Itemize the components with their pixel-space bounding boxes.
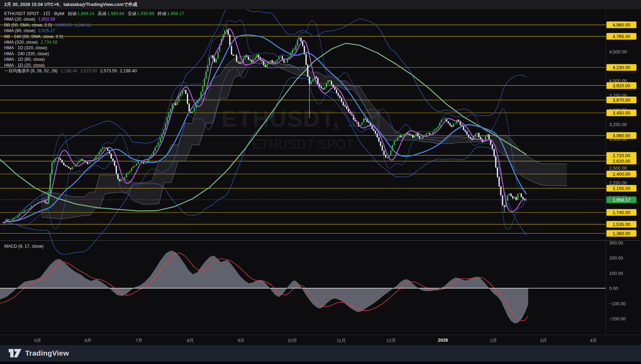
indicator-legend[interactable]: ETHUSDT SPOT · 1日 · Bybit始値1,949.14高値1,9… [4,11,184,74]
legend-indicator-row[interactable]: 一目均衡表® (9, 26, 52, 26)2,198.402,573.552,… [4,68,184,74]
indicator-label: HMA · 1D (320, close) [4,45,47,50]
indicator-label: HMA (320, close) [4,40,38,45]
indicator-value: 1,340.11 [75,23,92,28]
time-tick: 6月 [85,337,92,344]
time-tick: 12月 [386,337,396,344]
indicator-value: 2,734.58 [41,40,58,45]
indicator-value: 2,198.40 [60,68,78,73]
ohlc-value: 1,930.89 [137,11,154,16]
legend-indicator-row[interactable]: HMA · 240 (320, close) [4,51,184,57]
macd-tick: 0.00 [609,286,618,291]
price-level-badge: 3,670.00 [606,97,636,103]
ohlc-value: 1,958.17 [167,11,184,16]
macd-tick: −200.00 [609,316,626,321]
price-level-badge: 4,230.00 [606,64,636,71]
legend-indicator-row[interactable]: HMA (320, close)2,734.58 [4,39,184,45]
ohlc-value: 1,949.14 [77,11,94,16]
price-level-badge: 1,740.00 [606,209,636,216]
time-tick: 2月 [490,337,497,344]
price-tick: 2,500.00 [609,166,627,171]
indicator-label: HMA · 240 (320, close) [4,51,49,56]
indicator-value: 2,573.55 [80,68,97,73]
indicator-value: 2,573.55 [100,68,117,73]
price-level-badge: 4,765.00 [606,33,636,39]
macd-tick: 200.00 [609,255,623,261]
macd-legend[interactable]: MACD (9, 17, close) [4,244,44,249]
legend-indicator-row[interactable]: HMA · 1D (20, close) [4,63,184,68]
current-price-badge: 1,958.17 [606,196,636,203]
tradingview-logo-icon [8,349,22,358]
legend-indicator-row[interactable]: BB (50, SMA, close, 2.5)3,990.201,340.11 [4,22,184,28]
ohlc-value: 1,965.84 [107,11,124,16]
indicator-label: HMA · 1D (20, close) [4,63,45,68]
indicator-label: 一目均衡表® (9, 26, 52, 26) [4,68,58,73]
price-tick: 3,250.00 [609,122,627,127]
footer-bar: TradingView [0,345,641,364]
ohlc-label: 高値 [98,11,107,16]
price-level-badge: 3,450.00 [606,110,636,116]
legend-title-row[interactable]: ETHUSDT SPOT · 1日 · Bybit始値1,949.14高値1,9… [4,11,184,16]
indicator-label: HMA · 1D (80, close) [4,57,45,62]
price-tick: 2,250.00 [609,180,627,185]
indicator-label: BB · 240 (50, SMA, close, 2.5) [4,34,63,39]
macd-tick: 300.00 [609,240,623,245]
price-axis-border [606,9,606,345]
symbol-title: ETHUSDT SPOT · 1日 · Bybit [4,11,64,16]
ohlc-label: 始値 [68,11,77,16]
legend-indicator-row[interactable]: HMA (20, close)1,953.59 [4,16,184,22]
indicator-value: 3,990.20 [55,23,72,28]
time-tick: 8月 [187,337,194,344]
price-level-badge: 2,155.00 [606,185,636,191]
price-level-badge: 4,960.00 [606,22,636,28]
time-tick: 4月 [590,337,597,344]
time-tick: 9月 [238,337,245,344]
legend-indicator-row[interactable]: HMA · 1D (80, close) [4,57,184,62]
time-tick: 3月 [540,337,547,344]
legend-indicator-row[interactable]: BB · 240 (50, SMA, close, 2.5) [4,34,184,39]
price-level-badge: 3,920.00 [606,82,636,89]
price-level-badge: 1,380.00 [606,230,636,237]
footer-strip [0,362,641,364]
time-tick: 10月 [287,337,297,344]
legend-indicator-row[interactable]: HMA (80, close)2,025.17 [4,28,184,34]
legend-indicator-row[interactable]: HMA · 1D (320, close) [4,45,184,51]
indicator-label: BB (50, SMA, close, 2.5) [4,23,52,28]
macd-tick: −100.00 [609,301,626,306]
price-level-badge: 2,620.00 [606,158,636,165]
ohlc-label: 安値 [128,11,137,16]
indicator-value: 1,953.59 [38,17,55,22]
price-level-badge: 2,400.00 [606,171,636,177]
time-tick: 5月 [34,337,41,344]
macd-tick: 100.00 [609,270,623,276]
indicator-value: 2,025.17 [38,28,55,33]
time-tick: 7月 [136,337,143,344]
time-axis[interactable]: 5月6月7月8月9月10月11月12月20262月3月4月 [0,335,641,345]
tradingview-logo-text: TradingView [25,349,69,357]
indicator-value: 2,198.40 [120,68,137,73]
tradingview-logo[interactable]: TradingView [8,349,69,358]
indicator-label: HMA (20, close) [4,17,35,22]
price-level-badge: 3,060.00 [606,132,636,139]
price-tick: 4,500.00 [609,49,627,54]
price-level-badge: 1,535.00 [606,221,636,228]
indicator-label: HMA (80, close) [4,28,35,33]
pane-divider[interactable] [0,240,641,241]
time-tick: 2026 [438,337,448,343]
time-tick: 11月 [337,337,346,344]
ohlc-label: 終値 [158,11,166,16]
